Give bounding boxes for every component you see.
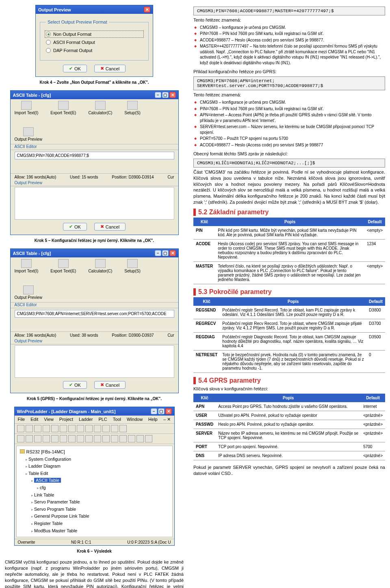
tool-icon[interactable] xyxy=(60,425,67,432)
tool-icon[interactable] xyxy=(102,425,110,432)
config-input[interactable]: CMGSM3;PIN=7608;APN=internet;SERVER=test… xyxy=(15,310,174,318)
import-text-button[interactable]: Import Text(I) xyxy=(15,101,39,115)
list-item: MASTER=+420777777497 – Na toto telefonní… xyxy=(193,44,385,65)
ok-button[interactable]: OK xyxy=(63,65,87,72)
tool-icon[interactable] xyxy=(60,435,67,442)
export-text-button[interactable]: Export Text(E) xyxy=(50,101,76,115)
tree-item[interactable]: Ladder Diagram xyxy=(26,463,169,470)
close-icon[interactable]: ✕ xyxy=(165,408,172,414)
setup-button[interactable]: Setup(S) xyxy=(124,259,140,273)
tool-icon[interactable] xyxy=(94,435,101,442)
output-preview-button[interactable]: Output Preview xyxy=(15,285,42,300)
table-row: REGRECVPočáteční registr Recv Record. To… xyxy=(193,319,385,332)
menu-help[interactable]: Help xyxy=(148,417,158,422)
table-row: PINPIN kód pro SIM kartu. Může být vynec… xyxy=(193,226,385,240)
menu-file[interactable]: File xyxy=(18,417,25,422)
menu-ladder[interactable]: Ladder xyxy=(79,417,93,422)
output-preview-button[interactable]: Output Preview xyxy=(15,127,42,142)
export-text-button[interactable]: Export Text(E) xyxy=(50,259,76,273)
th-desc: Popis xyxy=(220,297,366,306)
import-text-button[interactable]: Import Text(I) xyxy=(15,259,39,273)
tree-item[interactable]: Servo Parameter Table xyxy=(31,499,169,506)
tool-icon[interactable] xyxy=(85,435,93,442)
calculator-button[interactable]: Calculator(C) xyxy=(88,101,112,115)
cancel-button[interactable]: Cancel xyxy=(94,223,126,231)
close-icon[interactable]: ✕ xyxy=(144,7,150,13)
project-tree[interactable]: RS232 [FBs-14MC] System Configuration La… xyxy=(16,446,173,537)
tool-icon[interactable] xyxy=(34,425,41,432)
ok-button[interactable]: OK xyxy=(63,223,87,231)
tree-item[interactable]: Table Edit ASCII Table cfg Link Table Se… xyxy=(26,470,169,534)
tree-root[interactable]: RS232 [FBs-14MC] xyxy=(26,449,65,454)
status-overwrite: Overwrite xyxy=(18,540,35,544)
code-example-1: CMGSM3;PIN=7608;ACODE=998877;MASTER=+420… xyxy=(193,7,385,15)
tree-item[interactable]: Register Table xyxy=(31,520,169,527)
tool-icon[interactable] xyxy=(119,435,127,442)
tree-item-cfg[interactable]: cfg xyxy=(37,484,169,492)
example2-label: Příklad konfiguračního řetězce pro GPRS: xyxy=(193,69,385,75)
tree-item[interactable]: System Configuration xyxy=(26,456,169,463)
tool-icon[interactable] xyxy=(102,435,110,442)
tool-icon[interactable] xyxy=(94,425,101,432)
tree-item[interactable]: ModBus Master Table xyxy=(31,527,169,535)
ok-button[interactable]: OK xyxy=(63,381,87,389)
radio-label: ASCII Format Output xyxy=(53,40,95,45)
tool-icon[interactable] xyxy=(26,435,33,442)
menu-window[interactable]: Window xyxy=(127,417,143,422)
tree-item[interactable]: Link Table xyxy=(31,492,169,499)
minimize-icon[interactable]: – xyxy=(155,250,161,256)
menu-project[interactable]: Project xyxy=(59,417,73,422)
tool-icon[interactable] xyxy=(17,425,24,432)
tool-icon[interactable] xyxy=(111,435,118,442)
radio-dap[interactable]: DAP Format Output xyxy=(46,48,143,53)
preview-area xyxy=(15,345,174,378)
title: ASCII Table - [cfg] xyxy=(13,251,51,256)
tool-icon[interactable] xyxy=(77,425,84,432)
config-input[interactable]: CMGSM3;PIN=7608;ACODE=998877;$ xyxy=(15,152,174,159)
menu-view[interactable]: View xyxy=(44,417,54,422)
tree-item[interactable]: Servo Program Table xyxy=(31,506,169,513)
tool-icon[interactable] xyxy=(43,425,50,432)
maximize-icon[interactable]: ▢ xyxy=(162,92,169,98)
tool-icon[interactable] xyxy=(51,425,58,432)
cancel-button[interactable]: Cancel xyxy=(94,65,126,72)
cancel-button[interactable]: Cancel xyxy=(94,381,126,389)
menu-edit[interactable]: Edit xyxy=(30,417,38,422)
tool-icon[interactable] xyxy=(77,435,84,442)
radio-non-output[interactable]: Non Output Format xyxy=(46,32,143,37)
tool-icon[interactable] xyxy=(128,435,135,442)
tree-item-ascii[interactable]: ASCII Table cfg xyxy=(31,477,169,491)
maximize-icon[interactable]: ▢ xyxy=(162,250,169,256)
radio-icon xyxy=(46,40,51,45)
tool-icon[interactable] xyxy=(145,435,152,442)
tool-icon[interactable] xyxy=(43,435,50,442)
maximize-icon[interactable]: ▢ xyxy=(158,408,165,414)
minimize-icon[interactable]: – xyxy=(151,408,157,414)
tool-icon[interactable] xyxy=(26,425,33,432)
tool-icon[interactable] xyxy=(136,435,144,442)
tool-icon[interactable] xyxy=(119,425,127,432)
calculator-button[interactable]: Calculator(C) xyxy=(88,259,112,273)
th-key: Klíč xyxy=(193,394,216,402)
close-icon[interactable]: ✕ xyxy=(169,92,176,98)
tool-icon[interactable] xyxy=(68,425,76,432)
step5b-caption: Krok 5 (GPRS) – Konfigurační řetězec je … xyxy=(5,396,184,401)
tree-item[interactable]: General Purpose Link Table xyxy=(31,513,169,520)
ascii-table-window-2: ASCII Table - [cfg] – ▢ ✕ Import Text(I)… xyxy=(10,248,179,393)
section-5-3: 5.3 Pokročilé parametry xyxy=(193,288,385,296)
table-gprs-params: Klíč Popis Default APNAccess Point pro G… xyxy=(193,394,385,460)
tool-icon[interactable] xyxy=(68,435,76,442)
tool-icon[interactable] xyxy=(17,435,24,442)
tool-icon[interactable] xyxy=(111,425,118,432)
menu-plc[interactable]: PLC xyxy=(98,417,107,422)
tool-icon[interactable] xyxy=(34,435,41,442)
minimize-icon[interactable]: – xyxy=(155,92,161,98)
setup-button[interactable]: Setup(S) xyxy=(124,101,140,115)
table-advanced-params: Klíč Popis Default REGSENDPočáteční regi… xyxy=(193,297,385,373)
mdi-close[interactable]: – ✕ xyxy=(163,417,171,422)
menu-tool[interactable]: Tool xyxy=(113,417,121,422)
close-icon[interactable]: ✕ xyxy=(169,250,176,256)
tool-icon[interactable] xyxy=(85,425,93,432)
tool-icon[interactable] xyxy=(51,435,58,442)
radio-ascii[interactable]: ASCII Format Output xyxy=(46,40,143,45)
